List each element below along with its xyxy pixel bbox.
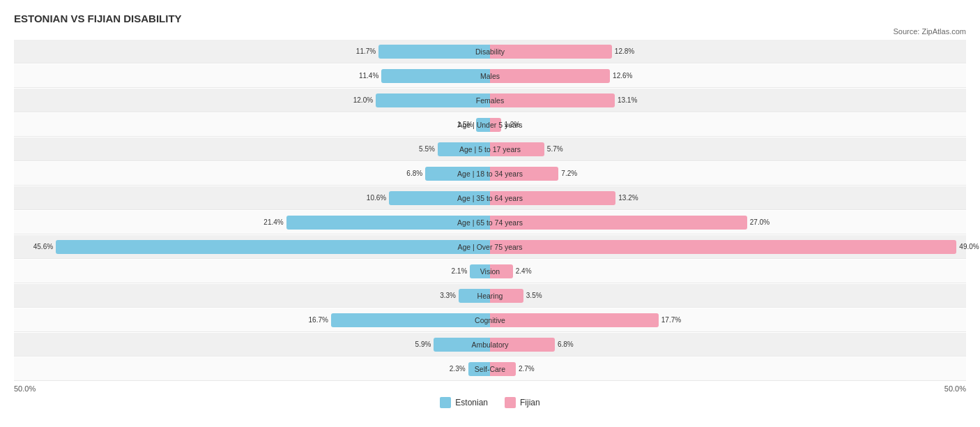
bar-row: 16.7%Cognitive17.7% [14, 308, 966, 332]
bar-label: Ambulatory [471, 340, 508, 349]
bar-pink [490, 93, 615, 107]
bar-left-value: 12.0% [353, 96, 373, 104]
bar-label: Males [480, 72, 500, 80]
bar-right-value: 49.0% [959, 243, 979, 250]
bar-row: 5.9%Ambulatory6.8% [14, 333, 966, 357]
bar-row: 10.6%Age | 35 to 64 years13.2% [14, 186, 966, 210]
bar-label: Age | 5 to 17 years [459, 145, 521, 153]
axis-row: 50.0% 50.0% [14, 382, 966, 394]
bar-label: Disability [475, 47, 505, 56]
bar-right-value: 3.5% [526, 292, 542, 299]
bar-right-value: 5.7% [547, 145, 563, 153]
bar-label: Age | 35 to 64 years [457, 194, 523, 202]
bar-left-value: 16.7% [309, 316, 328, 324]
bar-pink [490, 216, 747, 230]
bar-right-value: 13.1% [618, 96, 637, 104]
bar-left-value: 10.6% [367, 194, 386, 202]
bar-left-value: 5.9% [415, 340, 431, 348]
bar-row: 3.3%Hearing3.5% [14, 284, 966, 308]
bar-label: Age | 65 to 74 years [457, 218, 523, 227]
bar-left-value: 2.3% [450, 365, 466, 373]
source-line: Source: ZipAtlas.com [14, 27, 966, 36]
chart-title: ESTONIAN VS FIJIAN DISABILITY [14, 13, 966, 24]
bar-pink [490, 69, 610, 83]
fijian-swatch [505, 397, 516, 408]
bar-left-value: 5.5% [419, 145, 435, 153]
bar-row: 1.5%Age | Under 5 years1.2% [14, 113, 966, 137]
axis-left: 50.0% [14, 384, 36, 393]
bar-left-value: 11.7% [356, 47, 376, 55]
bar-row: 5.5%Age | 5 to 17 years5.7% [14, 137, 966, 161]
bar-left-value: 2.1% [452, 267, 468, 275]
fijian-label: Fijian [520, 398, 540, 407]
bar-pink [490, 240, 956, 254]
bar-right-value: 12.6% [613, 72, 632, 80]
bar-pink [490, 313, 659, 327]
bar-row: 45.6%Age | Over 75 years49.0% [14, 235, 966, 259]
bar-blue [378, 45, 490, 59]
bar-row: 2.1%Vision2.4% [14, 260, 966, 283]
bar-row: 12.0%Females13.1% [14, 89, 966, 112]
legend-fijian: Fijian [505, 397, 540, 408]
bar-label: Hearing [477, 292, 503, 300]
bar-row: 11.4%Males12.6% [14, 64, 966, 88]
bar-label: Age | 18 to 34 years [457, 170, 523, 178]
bar-label: Vision [480, 267, 500, 276]
estonian-label: Estonian [455, 398, 488, 407]
bar-blue [381, 69, 490, 83]
bar-right-value: 6.8% [558, 340, 574, 348]
bar-blue [331, 313, 490, 327]
bar-right-value: 27.0% [750, 218, 770, 226]
bar-label: Age | Under 5 years [457, 121, 522, 129]
bar-blue [376, 93, 490, 107]
bar-right-value: 17.7% [661, 316, 681, 324]
bar-label: Self-Care [475, 365, 505, 373]
bar-blue [56, 240, 490, 254]
estonian-swatch [440, 397, 451, 408]
bar-left-value: 6.8% [406, 170, 422, 177]
chart-container: ESTONIAN VS FIJIAN DISABILITY Source: Zi… [0, 0, 980, 415]
bar-row: 21.4%Age | 65 to 74 years27.0% [14, 211, 966, 234]
bar-label: Females [476, 96, 504, 105]
bar-row: 2.3%Self-Care2.7% [14, 357, 966, 381]
bar-label: Cognitive [475, 316, 505, 324]
legend-row: Estonian Fijian [14, 397, 966, 408]
bar-left-value: 11.4% [359, 72, 378, 80]
chart-area: 11.7%Disability12.8%11.4%Males12.6%12.0%… [14, 40, 966, 381]
bar-right-value: 13.2% [618, 194, 638, 202]
bar-right-value: 12.8% [615, 47, 634, 55]
bar-left-value: 45.6% [33, 243, 53, 250]
bar-label: Age | Over 75 years [457, 243, 522, 251]
bar-right-value: 7.2% [561, 170, 577, 177]
legend-estonian: Estonian [440, 397, 488, 408]
bar-right-value: 2.7% [519, 365, 535, 373]
bar-row: 6.8%Age | 18 to 34 years7.2% [14, 162, 966, 186]
axis-right: 50.0% [944, 384, 966, 393]
bar-right-value: 2.4% [516, 267, 532, 275]
bar-left-value: 3.3% [440, 292, 456, 299]
bar-row: 11.7%Disability12.8% [14, 40, 966, 63]
bar-pink [490, 45, 612, 59]
bar-left-value: 21.4% [263, 218, 283, 226]
